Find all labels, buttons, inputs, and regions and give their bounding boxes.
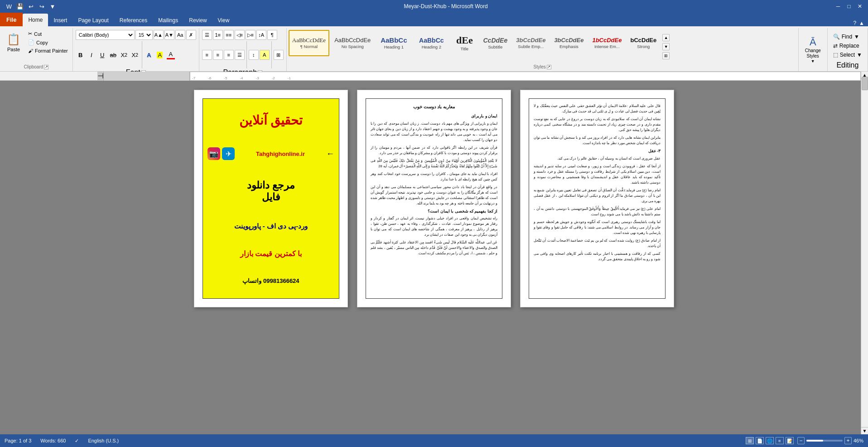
paste-button[interactable]: 📋 Paste bbox=[3, 30, 24, 54]
undo-button[interactable]: ↩ bbox=[26, 2, 35, 11]
sort-button[interactable]: ↕A bbox=[256, 30, 266, 40]
bullets-button[interactable]: ☰ bbox=[202, 30, 212, 40]
style-heading2[interactable]: AaBbCc Heading 2 bbox=[413, 30, 449, 56]
word-count: Words: 660 bbox=[40, 438, 66, 443]
font-size-select[interactable]: 15 bbox=[135, 30, 153, 40]
ribbon-tabs[interactable]: File Home Insert Page Layout References … bbox=[0, 13, 868, 26]
style-subtle-emp[interactable]: 3bCcDdEe Subtle Emp... bbox=[512, 30, 549, 56]
change-case[interactable]: Aa bbox=[175, 30, 185, 40]
increase-font-size[interactable]: A▲ bbox=[154, 30, 164, 40]
page1-price: با کمترین قیمت بازار bbox=[240, 249, 302, 258]
superscript-button[interactable]: X2 bbox=[130, 50, 140, 60]
tab-review[interactable]: Review bbox=[183, 15, 212, 26]
tab-view[interactable]: View bbox=[212, 15, 235, 26]
align-right[interactable]: ≡ bbox=[224, 50, 234, 60]
close-button[interactable]: ✕ bbox=[856, 3, 863, 10]
tab-page-layout[interactable]: Page Layout bbox=[72, 15, 114, 26]
page2-sec2-heading: از کجا بفهمیم که شخصی با ایمان است؟ bbox=[371, 209, 497, 215]
page-count: Page: 1 of 3 bbox=[5, 438, 31, 443]
clipboard-label: Clipboard bbox=[24, 64, 43, 69]
select-arrow: ▼ bbox=[857, 52, 862, 58]
style-heading1[interactable]: AaBbCc Heading 1 bbox=[376, 30, 412, 56]
italic-button[interactable]: I bbox=[87, 50, 96, 60]
shading[interactable]: A bbox=[260, 50, 270, 60]
format-painter-button[interactable]: 🖌 Format Painter bbox=[26, 47, 70, 54]
maximize-button[interactable]: □ bbox=[845, 3, 853, 10]
style-subtitle-preview: CcDdEe bbox=[483, 37, 508, 44]
scroll-down-button[interactable]: ▼ bbox=[861, 427, 868, 434]
find-button[interactable]: 🔍 Find ▼ bbox=[830, 33, 862, 41]
styles-scroll[interactable]: ▲ ▼ ⊞ bbox=[661, 30, 670, 63]
numbering-button[interactable]: 1≡ bbox=[213, 30, 223, 40]
tab-file[interactable]: File bbox=[0, 13, 23, 26]
multilevel-list[interactable]: ≡≡ bbox=[224, 30, 234, 40]
clear-formatting[interactable]: ✗ bbox=[186, 30, 196, 40]
ribbon-minimize[interactable]: ▲ bbox=[859, 20, 864, 26]
styles-scroll-up[interactable]: ▲ bbox=[662, 34, 670, 41]
subscript-button[interactable]: X2 bbox=[119, 50, 129, 60]
quick-access-more[interactable]: ▼ bbox=[48, 2, 57, 11]
style-title[interactable]: dEe Title bbox=[451, 30, 478, 56]
decrease-indent[interactable]: ◁≡ bbox=[235, 30, 245, 40]
increase-indent[interactable]: ▷≡ bbox=[246, 30, 256, 40]
spell-check-icon: ✓ bbox=[75, 438, 79, 444]
change-styles-button[interactable]: Ā ChangeStyles ▼ bbox=[802, 34, 824, 65]
language[interactable]: English (U.S.) bbox=[88, 438, 119, 443]
draft-view[interactable]: 📝 bbox=[786, 437, 794, 444]
bold-button[interactable]: B bbox=[76, 50, 86, 60]
quick-access-toolbar[interactable]: W 💾 ↩ ↪ ▼ bbox=[5, 2, 57, 11]
zoom-controls[interactable]: − + 46% bbox=[797, 437, 863, 444]
styles-expand[interactable]: ↗ bbox=[547, 65, 551, 69]
justify[interactable]: ☰ bbox=[235, 50, 245, 60]
zoom-out-button[interactable]: − bbox=[797, 437, 805, 444]
styles-more[interactable]: ⊞ bbox=[662, 52, 670, 59]
scroll-thumb[interactable] bbox=[862, 77, 868, 90]
tab-home[interactable]: Home bbox=[23, 14, 48, 26]
save-button[interactable]: 💾 bbox=[15, 2, 24, 11]
style-intense-emp[interactable]: 1bCcDdEe Intense Em... bbox=[588, 30, 625, 56]
window-controls[interactable]: ─ □ ✕ bbox=[834, 3, 863, 10]
outline-view[interactable]: ≡ bbox=[776, 437, 784, 444]
print-layout-view[interactable]: ⊞ bbox=[746, 437, 754, 444]
style-subtitle[interactable]: CcDdEe Subtitle bbox=[479, 30, 511, 56]
page3-para8: اما وقت باشایستگ دوستی رهبری است که آنگو… bbox=[534, 219, 661, 236]
clipboard-expand[interactable]: ↗ bbox=[44, 65, 48, 69]
style-no-spacing[interactable]: AaBbCcDdEe No Spacing bbox=[331, 30, 374, 56]
style-strong[interactable]: bCcDdEe Strong bbox=[627, 30, 660, 56]
underline-button[interactable]: U bbox=[97, 50, 107, 60]
copy-button[interactable]: 📄 Copy bbox=[26, 39, 70, 46]
web-layout-view[interactable]: 🌐 bbox=[766, 437, 774, 444]
vertical-scrollbar[interactable]: ▲ ▼ bbox=[861, 72, 868, 434]
help-button[interactable]: ? bbox=[853, 20, 856, 26]
full-reading-view[interactable]: 📄 bbox=[756, 437, 764, 444]
align-left[interactable]: ≡ bbox=[202, 50, 212, 60]
tab-references[interactable]: References bbox=[114, 15, 153, 26]
text-effects[interactable]: A bbox=[144, 50, 154, 60]
font-color[interactable]: A bbox=[166, 50, 176, 60]
zoom-level[interactable]: 46% bbox=[854, 438, 863, 443]
select-button[interactable]: ⬚ Select ▼ bbox=[830, 51, 865, 59]
replace-button[interactable]: ⇄ Replace bbox=[830, 42, 862, 50]
text-highlight[interactable]: A bbox=[155, 50, 165, 60]
cut-button[interactable]: ✂ Cut bbox=[26, 30, 70, 38]
redo-button[interactable]: ↪ bbox=[37, 2, 46, 11]
font-name-select[interactable]: Calibri (Body) bbox=[76, 30, 135, 40]
tab-mailings[interactable]: Mailings bbox=[153, 15, 183, 26]
zoom-bar[interactable] bbox=[806, 440, 843, 442]
minimize-button[interactable]: ─ bbox=[834, 3, 842, 10]
line-spacing[interactable]: ↕ bbox=[249, 50, 259, 60]
page1-title: تحقیق آنلاین bbox=[239, 113, 303, 128]
decrease-font-size[interactable]: A▼ bbox=[164, 30, 174, 40]
strikethrough-button[interactable]: ab bbox=[108, 50, 118, 60]
borders[interactable]: ⊞ bbox=[274, 50, 284, 60]
tab-insert[interactable]: Insert bbox=[48, 15, 72, 26]
style-emphasis[interactable]: 3bCcDdEe Emphasis bbox=[550, 30, 587, 56]
page-1-content: تحقیق آنلاین 📷 ✈ Tahghighonline.ir ← مرج… bbox=[203, 99, 339, 298]
styles-scroll-down[interactable]: ▼ bbox=[662, 43, 670, 50]
align-center[interactable]: ≡ bbox=[213, 50, 223, 60]
style-normal[interactable]: AaBbCcDdEe ¶ Normal bbox=[289, 30, 329, 56]
zoom-in-button[interactable]: + bbox=[844, 437, 852, 444]
ruler-toggle[interactable]: ⊣ bbox=[97, 72, 104, 81]
show-formatting[interactable]: ¶ bbox=[267, 30, 277, 40]
copy-label: Copy bbox=[36, 40, 48, 45]
